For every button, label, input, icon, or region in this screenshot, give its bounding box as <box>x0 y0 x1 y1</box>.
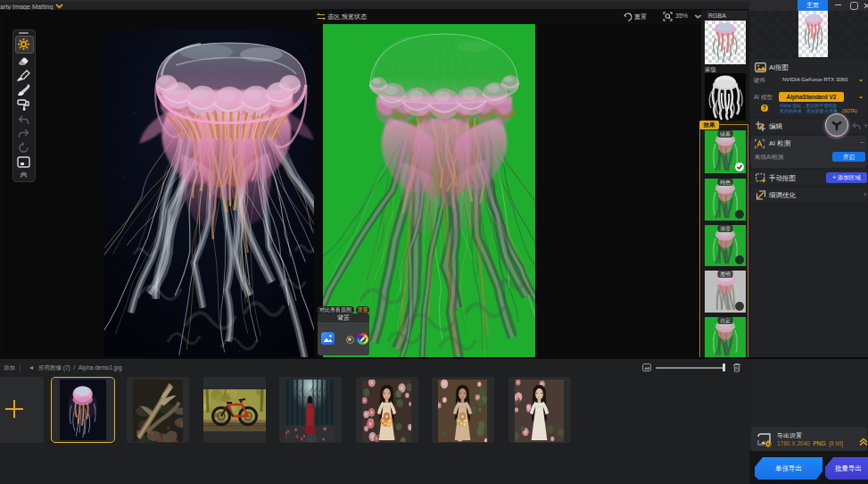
svg-text:渐变: 渐变 <box>720 225 731 232</box>
svg-text:透明: 透明 <box>720 271 731 277</box>
svg-text:绿幕: 绿幕 <box>720 131 731 137</box>
svg-text:纯色: 纯色 <box>720 179 732 185</box>
svg-text:自定: 自定 <box>720 317 731 324</box>
